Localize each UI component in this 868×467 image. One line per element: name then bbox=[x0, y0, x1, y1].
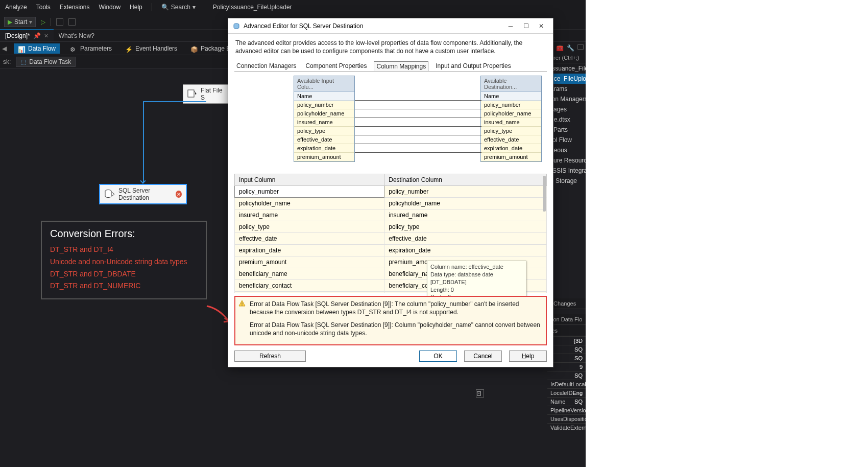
menu-analyze[interactable]: Analyze bbox=[5, 4, 27, 11]
cell-input[interactable]: expiration_date bbox=[235, 245, 384, 256]
mapping-line[interactable] bbox=[355, 126, 481, 127]
column-item[interactable]: effective_date bbox=[481, 135, 541, 144]
task-selector[interactable]: ⬚ Data Flow Task bbox=[16, 57, 76, 67]
column-item[interactable]: premium_amount bbox=[481, 153, 541, 161]
prop-row[interactable]: SQ bbox=[547, 371, 586, 380]
node-label: SQL Server Destination bbox=[118, 187, 173, 201]
chevron-down-icon: ▾ bbox=[29, 18, 32, 26]
table-row[interactable]: policyholder_namepolicyholder_name bbox=[235, 198, 547, 209]
pin-icon[interactable]: 📌 bbox=[33, 32, 41, 39]
mapping-line[interactable] bbox=[355, 109, 481, 109]
tab-dataflow[interactable]: 📊 Data Flow bbox=[14, 43, 60, 54]
ok-button[interactable]: OK bbox=[419, 351, 457, 362]
menu-help[interactable]: Help bbox=[130, 4, 142, 11]
menu-tools[interactable]: Tools bbox=[36, 4, 51, 11]
cell-input[interactable]: agent_name bbox=[235, 292, 384, 293]
table-row[interactable]: policy_typepolicy_type bbox=[235, 221, 547, 233]
resize-grip-icon[interactable]: ⊡ bbox=[476, 389, 484, 398]
maximize-icon[interactable]: ☐ bbox=[518, 20, 534, 32]
column-item[interactable]: policyholder_name bbox=[294, 109, 354, 118]
minimize-icon[interactable]: ─ bbox=[503, 20, 518, 32]
table-row[interactable]: insured_nameinsured_name bbox=[235, 209, 547, 221]
prop-row[interactable]: LocaleIDEng bbox=[547, 388, 586, 397]
column-item[interactable]: insured_name bbox=[481, 118, 541, 127]
mapping-line[interactable] bbox=[355, 118, 481, 118]
search-label: Search bbox=[171, 4, 190, 11]
tab-eventhandlers[interactable]: ⚡ Event Handlers bbox=[122, 44, 180, 53]
mapping-diagram[interactable]: Available Input Colu... Name policy_numb… bbox=[234, 76, 547, 171]
close-icon[interactable]: ✕ bbox=[534, 20, 549, 32]
mapping-line[interactable] bbox=[355, 100, 481, 101]
column-item[interactable]: policy_number bbox=[294, 101, 354, 109]
menu-window[interactable]: Window bbox=[99, 4, 120, 11]
column-item[interactable]: insured_name bbox=[294, 118, 354, 127]
tab-connmgr[interactable]: Connection Managers bbox=[234, 61, 298, 71]
mapping-line[interactable] bbox=[355, 144, 481, 144]
scrollbar[interactable] bbox=[543, 176, 546, 212]
menu-extensions[interactable]: Extensions bbox=[60, 4, 90, 11]
doc-tab-whatsnew[interactable]: What's New? bbox=[54, 30, 100, 41]
tab-ioprops[interactable]: Input and Output Properties bbox=[433, 61, 513, 71]
cell-input[interactable]: beneficiary_contact bbox=[235, 280, 384, 292]
table-row[interactable]: effective_dateeffective_date bbox=[235, 233, 547, 245]
cell-input[interactable]: insured_name bbox=[235, 209, 384, 221]
connector[interactable] bbox=[143, 101, 144, 183]
grid-header-dest[interactable]: Destination Column bbox=[384, 174, 547, 186]
cell-input[interactable]: beneficiary_name bbox=[235, 268, 384, 280]
table-row[interactable]: policy_numberpolicy_number bbox=[235, 186, 547, 198]
prop-row[interactable]: IsDefaultLocaleTru bbox=[547, 380, 586, 388]
play-outline-icon[interactable]: ▷ bbox=[41, 18, 45, 26]
prop-row[interactable]: UsesDispositionsFals bbox=[547, 414, 586, 423]
available-input-box[interactable]: Available Input Colu... Name policy_numb… bbox=[294, 76, 355, 162]
cell-dest[interactable]: policy_number bbox=[384, 186, 547, 198]
mapping-line[interactable] bbox=[355, 152, 481, 153]
annotation-line: DT_STR and DT_DBDATE bbox=[50, 268, 198, 281]
column-item[interactable]: policy_type bbox=[294, 127, 354, 135]
cancel-button[interactable]: Cancel bbox=[464, 351, 502, 362]
cell-dest[interactable]: effective_date bbox=[384, 233, 547, 245]
help-button[interactable]: Help bbox=[509, 351, 547, 362]
column-item[interactable]: expiration_date bbox=[294, 144, 354, 153]
cell-dest[interactable]: policy_type bbox=[384, 221, 547, 233]
column-item[interactable]: policy_type bbox=[481, 127, 541, 135]
toolbox-icon[interactable]: 🧰 bbox=[556, 44, 564, 52]
table-row[interactable]: expiration_dateexpiration_date bbox=[235, 245, 547, 256]
cell-input[interactable]: policy_type bbox=[235, 221, 384, 233]
doc-tab-design[interactable]: [Design]* 📌 ✕ bbox=[0, 29, 54, 41]
prop-row[interactable]: PipelineVersion0 bbox=[547, 406, 586, 414]
collapse-icon[interactable]: ◀ bbox=[2, 45, 7, 52]
tab-colmappings[interactable]: Column Mappings bbox=[374, 61, 428, 71]
dialog-description: The advanced editor provides access to t… bbox=[228, 34, 553, 60]
column-item[interactable]: effective_date bbox=[294, 135, 354, 144]
cell-input[interactable]: policyholder_name bbox=[235, 198, 384, 209]
cell-dest[interactable]: insured_name bbox=[384, 209, 547, 221]
wrench-icon[interactable]: 🔧 bbox=[567, 44, 574, 52]
refresh-button[interactable]: Refresh bbox=[234, 351, 306, 362]
prop-row[interactable]: ValidateExternalMetadataTru bbox=[547, 423, 586, 432]
tab-parameters[interactable]: ⚙ Parameters bbox=[67, 44, 115, 53]
node-label: Flat File S bbox=[201, 87, 224, 101]
cell-input[interactable]: premium_amount bbox=[235, 256, 384, 268]
available-dest-box[interactable]: Available Destination... Name policy_num… bbox=[480, 76, 542, 162]
dialog-titlebar[interactable]: Advanced Editor for SQL Server Destinati… bbox=[228, 18, 553, 34]
cell-dest[interactable]: expiration_date bbox=[384, 245, 547, 256]
search-box[interactable]: 🔍 Search ▾ bbox=[161, 4, 196, 11]
tab-compprops[interactable]: Component Properties bbox=[303, 61, 369, 71]
prop-row[interactable]: NameSQ bbox=[547, 397, 586, 406]
column-item[interactable]: policyholder_name bbox=[481, 109, 541, 118]
column-item[interactable]: expiration_date bbox=[481, 144, 541, 153]
node-sqldest[interactable]: SQL Server Destination ✕ bbox=[99, 184, 187, 204]
start-button[interactable]: ▶ Start ▾ bbox=[4, 17, 36, 27]
separator bbox=[51, 18, 51, 26]
grid-header-input[interactable]: Input Column bbox=[235, 174, 384, 186]
cell-input[interactable]: policy_number bbox=[235, 186, 384, 198]
toolbar-icon-1[interactable] bbox=[56, 18, 63, 26]
column-item[interactable]: premium_amount bbox=[294, 153, 354, 161]
close-icon[interactable]: ✕ bbox=[44, 33, 49, 39]
cell-input[interactable]: effective_date bbox=[235, 233, 384, 245]
toolbar-icon-2[interactable] bbox=[68, 18, 76, 26]
panel-icon[interactable] bbox=[577, 44, 584, 50]
cell-dest[interactable]: policyholder_name bbox=[384, 198, 547, 209]
column-item[interactable]: policy_number bbox=[481, 101, 541, 109]
mapping-line[interactable] bbox=[355, 135, 481, 135]
